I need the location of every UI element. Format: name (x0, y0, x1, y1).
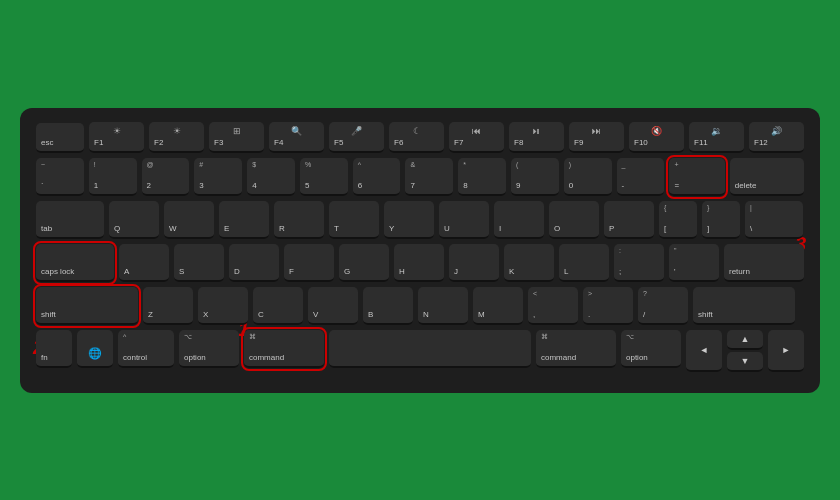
key-d[interactable]: D (229, 244, 279, 282)
key-arrow-up[interactable]: ▲ (727, 330, 763, 350)
key-command-left[interactable]: ⌘ command (244, 330, 324, 368)
key-globe[interactable]: 🌐 (77, 330, 113, 368)
key-r[interactable]: R (274, 201, 324, 239)
keyboard: 1 2 3 esc ☀ F1 ☀ F2 ⊞ F3 🔍 F4 🎤 F5 ☾ F6 (20, 108, 820, 393)
key-p[interactable]: P (604, 201, 654, 239)
key-equal[interactable]: + = (669, 158, 724, 196)
key-f5[interactable]: 🎤 F5 (329, 122, 384, 153)
key-f3[interactable]: ⊞ F3 (209, 122, 264, 153)
key-z[interactable]: Z (143, 287, 193, 325)
key-esc[interactable]: esc (36, 123, 84, 153)
key-g[interactable]: G (339, 244, 389, 282)
key-h[interactable]: H (394, 244, 444, 282)
key-quote[interactable]: " ' (669, 244, 719, 282)
key-f2[interactable]: ☀ F2 (149, 122, 204, 153)
asdf-row: caps lock A S D F G H J K L : ; " ' retu… (36, 244, 804, 282)
key-3[interactable]: # 3 (194, 158, 242, 196)
key-control[interactable]: ^ control (118, 330, 174, 368)
qwerty-row: tab Q W E R T Y U I O P { [ } ] | \ (36, 201, 804, 239)
key-x[interactable]: X (198, 287, 248, 325)
key-f10[interactable]: 🔇 F10 (629, 122, 684, 153)
key-f11[interactable]: 🔉 F11 (689, 122, 744, 153)
key-f12[interactable]: 🔊 F12 (749, 122, 804, 153)
key-f9[interactable]: ⏭ F9 (569, 122, 624, 153)
key-comma[interactable]: < , (528, 287, 578, 325)
key-1[interactable]: ! 1 (89, 158, 137, 196)
key-backtick[interactable]: ~ ` (36, 158, 84, 196)
key-5[interactable]: % 5 (300, 158, 348, 196)
key-l[interactable]: L (559, 244, 609, 282)
key-s[interactable]: S (174, 244, 224, 282)
key-7[interactable]: & 7 (405, 158, 453, 196)
fn-row: esc ☀ F1 ☀ F2 ⊞ F3 🔍 F4 🎤 F5 ☾ F6 ⏮ F7 (36, 122, 804, 153)
key-command-right[interactable]: ⌘ command (536, 330, 616, 368)
key-shift-left[interactable]: shift (36, 287, 138, 325)
key-shift-right[interactable]: shift (693, 287, 795, 325)
key-w[interactable]: W (164, 201, 214, 239)
key-4[interactable]: $ 4 (247, 158, 295, 196)
key-c[interactable]: C (253, 287, 303, 325)
key-f7[interactable]: ⏮ F7 (449, 122, 504, 153)
key-minus[interactable]: _ - (617, 158, 665, 196)
key-2[interactable]: @ 2 (142, 158, 190, 196)
number-row: ~ ` ! 1 @ 2 # 3 $ 4 % 5 ^ 6 & 7 (36, 158, 804, 196)
key-u[interactable]: U (439, 201, 489, 239)
key-v[interactable]: V (308, 287, 358, 325)
key-f8[interactable]: ⏯ F8 (509, 122, 564, 153)
key-arrow-down[interactable]: ▼ (727, 352, 763, 372)
key-n[interactable]: N (418, 287, 468, 325)
key-j[interactable]: J (449, 244, 499, 282)
key-y[interactable]: Y (384, 201, 434, 239)
key-6[interactable]: ^ 6 (353, 158, 401, 196)
key-option-left[interactable]: ⌥ option (179, 330, 239, 368)
key-e[interactable]: E (219, 201, 269, 239)
key-close-bracket[interactable]: } ] (702, 201, 740, 239)
key-backslash[interactable]: | \ (745, 201, 803, 239)
key-f1[interactable]: ☀ F1 (89, 122, 144, 153)
key-q[interactable]: Q (109, 201, 159, 239)
key-9[interactable]: ( 9 (511, 158, 559, 196)
key-semicolon[interactable]: : ; (614, 244, 664, 282)
key-open-bracket[interactable]: { [ (659, 201, 697, 239)
key-f4[interactable]: 🔍 F4 (269, 122, 324, 153)
key-k[interactable]: K (504, 244, 554, 282)
key-t[interactable]: T (329, 201, 379, 239)
key-caps-lock[interactable]: caps lock (36, 244, 114, 282)
key-arrow-right[interactable]: ► (768, 330, 804, 372)
key-space[interactable] (329, 330, 531, 368)
key-b[interactable]: B (363, 287, 413, 325)
key-o[interactable]: O (549, 201, 599, 239)
key-slash[interactable]: ? / (638, 287, 688, 325)
key-option-right[interactable]: ⌥ option (621, 330, 681, 368)
key-fn[interactable]: fn (36, 330, 72, 368)
key-arrow-left[interactable]: ◄ (686, 330, 722, 372)
key-f[interactable]: F (284, 244, 334, 282)
key-0[interactable]: ) 0 (564, 158, 612, 196)
key-a[interactable]: A (119, 244, 169, 282)
key-delete[interactable]: delete (730, 158, 804, 196)
key-tab[interactable]: tab (36, 201, 104, 239)
key-period[interactable]: > . (583, 287, 633, 325)
zxcv-row: shift Z X C V B N M < , > . ? / shift (36, 287, 804, 325)
key-return[interactable]: return (724, 244, 804, 282)
key-f6[interactable]: ☾ F6 (389, 122, 444, 153)
bottom-row: fn 🌐 ^ control ⌥ option ⌘ command ⌘ comm… (36, 330, 804, 372)
key-m[interactable]: M (473, 287, 523, 325)
key-8[interactable]: * 8 (458, 158, 506, 196)
key-i[interactable]: I (494, 201, 544, 239)
